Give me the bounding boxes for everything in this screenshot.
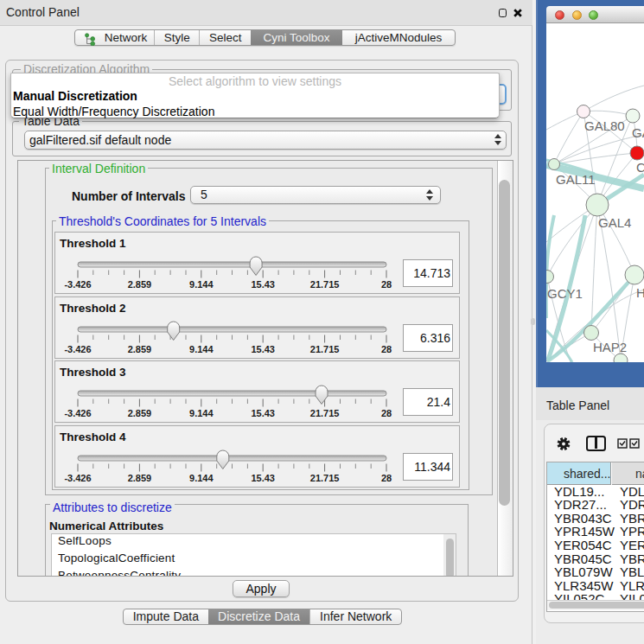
svg-text:-3.426: -3.426 [64,473,91,483]
svg-text:28: 28 [381,344,392,354]
svg-text:GAL11: GAL11 [556,172,596,187]
svg-text:GAL7: GAL7 [632,125,644,140]
svg-text:15.43: 15.43 [251,473,275,483]
svg-text:21.715: 21.715 [310,408,340,418]
svg-text:2.859: 2.859 [128,344,152,354]
svg-text:28: 28 [381,279,392,290]
svg-text:2.859: 2.859 [128,473,152,483]
svg-text:15.43: 15.43 [251,344,275,354]
svg-text:9.144: 9.144 [189,473,214,483]
svg-text:GCY1: GCY1 [547,286,583,301]
svg-text:9.144: 9.144 [189,279,214,290]
svg-text:HIS7: HIS7 [636,285,644,300]
svg-text:28: 28 [381,473,392,483]
svg-text:21.715: 21.715 [310,344,340,354]
svg-text:2.859: 2.859 [128,408,152,418]
svg-text:HAP2: HAP2 [593,340,627,354]
svg-text:CDC1: CDC1 [636,160,644,175]
svg-text:-3.426: -3.426 [64,279,91,290]
svg-text:-3.426: -3.426 [64,408,91,418]
svg-text:15.43: 15.43 [251,279,275,290]
svg-text:28: 28 [381,408,392,418]
svg-text:GAL4: GAL4 [598,215,631,230]
svg-text:21.715: 21.715 [310,279,340,290]
svg-text:2.859: 2.859 [128,279,152,290]
svg-text:9.144: 9.144 [189,344,214,354]
svg-text:9.144: 9.144 [189,408,214,418]
svg-text:21.715: 21.715 [310,473,340,483]
svg-text:-3.426: -3.426 [64,344,91,354]
svg-text:15.43: 15.43 [251,408,275,418]
svg-text:GAL80: GAL80 [584,118,625,133]
